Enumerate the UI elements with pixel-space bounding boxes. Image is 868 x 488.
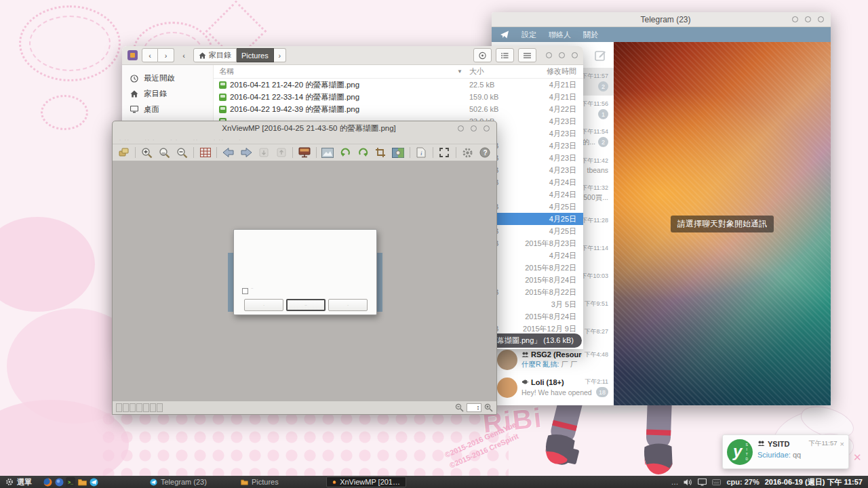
image-edit-button[interactable]	[319, 145, 335, 160]
firefox-launcher[interactable]	[43, 477, 52, 487]
sidebar-item-desktop[interactable]: 桌面	[122, 102, 213, 117]
fullscreen-icon	[439, 147, 450, 158]
column-modified[interactable]: 修改時間	[511, 66, 583, 77]
zoom-out-icon[interactable]	[455, 403, 464, 412]
menu-contacts[interactable]: 聯絡人	[549, 30, 571, 40]
previous-image-button[interactable]	[220, 145, 236, 160]
close-button[interactable]	[572, 52, 578, 58]
sidebar-item-recent[interactable]: 最近開啟	[122, 70, 213, 86]
file-date: 4月23日	[511, 153, 583, 163]
file-row[interactable]: 2016-04-22 19-42-39 的螢幕擷圖.png 502.6 kB 4…	[214, 103, 583, 115]
taskbar-task-pictures[interactable]: Pictures	[235, 476, 309, 487]
viewed-image-dialog: ·· · ·· ·	[233, 229, 377, 315]
volume-icon[interactable]	[684, 479, 692, 486]
forward-button[interactable]: ›	[158, 48, 174, 62]
first-image-button-disabled[interactable]	[256, 145, 271, 160]
chat-time: 下午11:28	[581, 216, 608, 225]
telegram-launcher[interactable]	[89, 477, 98, 487]
telegram-titlebar[interactable]: Telegram (23)	[492, 12, 831, 27]
taskbar-task-telegram[interactable]: Telegram (23)	[144, 476, 218, 487]
slideshow-button[interactable]	[296, 145, 312, 160]
sidebar-item-home[interactable]: 家目錄	[122, 86, 213, 102]
chat-row[interactable]: RSG2 (Resource... 下午4:48 什麼R 亂搞: 厂 厂	[492, 346, 614, 373]
settings-button[interactable]	[460, 145, 475, 160]
minimize-button[interactable]	[458, 125, 464, 131]
adjust-icon	[392, 148, 404, 158]
crop-icon	[375, 147, 386, 158]
chat-name: Loli (18+)	[531, 378, 583, 386]
browser-launcher[interactable]	[54, 477, 64, 487]
notification-avatar: y SITD	[727, 439, 753, 465]
close-icon[interactable]: ×	[840, 440, 844, 448]
thumbnails-button[interactable]	[197, 145, 213, 160]
browser-button[interactable]	[116, 145, 132, 160]
grid-icon	[200, 148, 211, 157]
help-button[interactable]: ?	[477, 145, 493, 160]
applications-menu-button[interactable]: 選單	[3, 477, 35, 487]
maximize-button[interactable]	[805, 16, 811, 22]
minimize-button[interactable]	[546, 52, 552, 58]
xnview-titlebar[interactable]: XnViewMP [2016-04-25 21-43-50 的螢幕擷圖.png]	[113, 121, 496, 135]
tray-overflow-button[interactable]: …	[671, 478, 678, 486]
breadcrumb-current[interactable]: Pictures	[237, 48, 274, 62]
terminal-launcher[interactable]: >_	[66, 477, 75, 487]
zoom-in-icon[interactable]	[484, 403, 493, 412]
close-button[interactable]	[484, 125, 490, 131]
file-date: 4月23日	[511, 117, 583, 127]
quick-launchers: >_	[43, 477, 98, 487]
fullscreen-button[interactable]	[437, 145, 452, 160]
next-image-button[interactable]	[238, 145, 254, 160]
rotate-ccw-button[interactable]	[338, 145, 353, 160]
dialog-button-2: ··	[286, 299, 326, 311]
maximize-button[interactable]	[559, 52, 565, 58]
notification-popup[interactable]: y SITD YSITD 下午11:57 × Sciuridae: qq	[722, 434, 849, 469]
file-row[interactable]: 2016-04-21 22-33-14 的螢幕擷圖.png 159.0 kB 4…	[214, 91, 583, 103]
file-manager-headerbar[interactable]: ‹ › ‹ 家目錄 Pictures ›	[122, 46, 583, 65]
telegram-empty-chat-area: 請選擇聊天對象開始通訊	[614, 42, 831, 405]
column-headers: 名稱 ▼ 大小 修改時間	[214, 65, 583, 79]
chat-row[interactable]: Loli (18+) 下午2:11 Hey! We have opened c.…	[492, 373, 614, 401]
hamburger-icon	[524, 52, 531, 59]
display-icon[interactable]	[698, 479, 707, 486]
zoom-in-button[interactable]	[139, 145, 155, 160]
unread-badge: 18	[596, 387, 608, 397]
last-image-button-disabled[interactable]	[273, 145, 289, 160]
zoom-original-button[interactable]	[157, 145, 172, 160]
compose-icon[interactable]	[594, 49, 607, 62]
adjust-colors-button[interactable]	[391, 145, 406, 160]
xnview-canvas[interactable]: ·· · ·· ·	[113, 161, 496, 401]
file-date: 4月24日	[511, 251, 583, 261]
close-button[interactable]	[818, 16, 824, 22]
info-button[interactable]: i	[414, 145, 429, 160]
maximize-button[interactable]	[471, 125, 477, 131]
file-date: 2015年8月22日	[511, 263, 583, 273]
file-row[interactable]: 2016-04-21 21-24-20 的螢幕擷圖.png 22.5 kB 4月…	[214, 79, 583, 91]
column-name[interactable]: 名稱 ▼	[214, 66, 469, 77]
taskbar-task-xnview[interactable]: XnViewMP [201…	[326, 476, 406, 487]
notification-title: YSITD	[768, 440, 806, 448]
files-launcher[interactable]	[77, 477, 87, 487]
rotate-cw-button[interactable]	[355, 145, 371, 160]
crop-button[interactable]	[373, 145, 389, 160]
path-scroll-right[interactable]: ›	[274, 48, 286, 62]
column-size[interactable]: 大小	[469, 66, 511, 77]
clock-icon	[130, 75, 138, 83]
file-date: 4月24日	[511, 190, 583, 200]
keyboard-icon[interactable]	[712, 479, 721, 485]
clock[interactable]: 2016-06-19 (週日) 下午 11:57	[765, 477, 863, 487]
view-list-button[interactable]	[496, 48, 514, 62]
menu-settings[interactable]: 設定	[521, 30, 536, 40]
xnview-menubar-broken-text[interactable]: · ···· ·· ···· ···	[113, 135, 496, 144]
zoom-spinbox[interactable]: ▲▼	[467, 403, 481, 412]
menu-about[interactable]: 關於	[583, 30, 598, 40]
dialog-checkbox	[242, 288, 248, 294]
cpu-indicator[interactable]: cpu: 27%	[726, 478, 759, 486]
zoom-out-button[interactable]	[174, 145, 190, 160]
menu-button[interactable]	[518, 48, 536, 62]
breadcrumb-home[interactable]: 家目錄	[193, 48, 237, 62]
back-button[interactable]: ‹	[142, 48, 158, 62]
page-up-icon	[276, 148, 287, 157]
location-button[interactable]	[473, 48, 492, 62]
minimize-button[interactable]	[792, 16, 798, 22]
path-scroll-left[interactable]: ‹	[178, 48, 189, 62]
